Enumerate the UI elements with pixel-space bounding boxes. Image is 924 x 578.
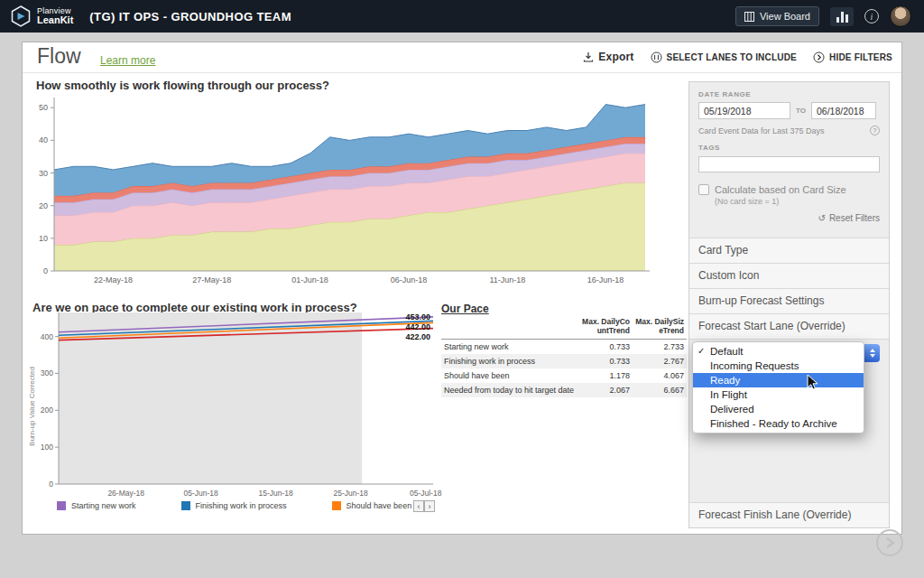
check-icon: ✓	[698, 344, 705, 359]
accordion-group: Card TypeCustom IconBurn-up Forecast Set…	[689, 238, 889, 339]
svg-text:26-May-18: 26-May-18	[107, 489, 144, 498]
svg-text:10: 10	[39, 234, 48, 243]
mouse-cursor	[807, 374, 819, 392]
avatar[interactable]	[890, 5, 911, 27]
svg-text:0: 0	[43, 266, 48, 275]
svg-text:20: 20	[39, 201, 48, 210]
svg-text:300: 300	[41, 368, 53, 378]
dropdown-option-finished-ready-to-archive[interactable]: Finished - Ready to Archive	[693, 416, 864, 431]
dropdown-option-incoming-requests[interactable]: Incoming Requests	[693, 359, 864, 373]
svg-text:453.00: 453.00	[405, 312, 430, 322]
legend-item[interactable]: Should have been	[332, 501, 412, 510]
svg-text:06-Jun-18: 06-Jun-18	[391, 275, 428, 284]
pager-prev-icon[interactable]: ‹	[413, 500, 424, 512]
dropdown-option-delivered[interactable]: Delivered	[693, 402, 864, 416]
svg-text:25-Jun-18: 25-Jun-18	[334, 489, 369, 498]
flow-analytics-panel: Flow Learn more Export SELECT LANES TO I…	[22, 42, 902, 535]
svg-text:40: 40	[39, 135, 48, 144]
planview-leankit-logo: Planview LeanKit	[11, 5, 73, 27]
flow-question: How smoothly is work flowing through our…	[36, 79, 329, 92]
pace-column-header: Max. DailySiz eTrend	[633, 318, 687, 339]
board-title: (TG) IT OPS - GROUNDHOG TEAM	[89, 10, 291, 23]
select-lanes-button[interactable]: SELECT LANES TO INCLUDE	[651, 51, 797, 63]
forecast-start-lane-content: ✓DefaultIncoming RequestsReadyIn FlightD…	[689, 339, 889, 502]
planview-watermark	[876, 529, 903, 556]
filters-section: DATE RANGE TO Card Event Data for Last 3…	[689, 82, 889, 238]
pace-table: Max. DailyCo untTrendMax. DailySiz eTren…	[441, 318, 687, 397]
hide-filters-button[interactable]: HIDE FILTERS	[813, 51, 892, 63]
planview-hexagon-icon	[11, 5, 31, 27]
pace-row: Needed from today to hit target date2.06…	[441, 383, 687, 397]
svg-text:Burn-up Value Corrected: Burn-up Value Corrected	[28, 367, 36, 446]
bar-chart-icon	[836, 17, 839, 23]
pace-table-body: Starting new work0.7332.733Finishing wor…	[441, 339, 687, 397]
svg-text:422.00: 422.00	[405, 332, 430, 341]
svg-text:15-Jun-18: 15-Jun-18	[259, 489, 294, 498]
svg-text:400: 400	[41, 332, 53, 341]
top-bar: Planview LeanKit (TG) IT OPS - GROUNDHOG…	[0, 0, 924, 33]
legend-item[interactable]: Starting new work	[57, 501, 136, 510]
accordion-forecast-start-lane-override[interactable]: Forecast Start Lane (Override)	[689, 313, 889, 339]
date-to-input[interactable]	[811, 102, 876, 119]
accordion-card-type[interactable]: Card Type	[689, 238, 889, 263]
svg-text:22-May-18: 22-May-18	[94, 275, 133, 284]
chevron-circle-icon	[813, 51, 825, 63]
export-button[interactable]: Export	[583, 51, 633, 63]
dropdown-option-in-flight[interactable]: In Flight	[693, 387, 864, 402]
lanes-icon	[651, 51, 662, 63]
svg-text:01-Jun-18: 01-Jun-18	[291, 275, 328, 284]
svg-text:200: 200	[41, 406, 53, 415]
board-grid-icon	[744, 12, 754, 22]
svg-text:11-Jun-18: 11-Jun-18	[489, 275, 525, 284]
pace-row: Starting new work0.7332.733	[441, 339, 687, 354]
planview-chevron-icon	[883, 536, 896, 549]
card-event-note: Card Event Data for Last 375 Days	[698, 126, 825, 135]
to-label: TO	[796, 107, 806, 115]
pace-row: Should have been1.1784.067	[441, 368, 687, 383]
svg-text:30: 30	[39, 169, 48, 178]
logo-text-leankit: LeanKit	[37, 15, 73, 26]
svg-text:27-May-18: 27-May-18	[192, 275, 231, 284]
help-icon[interactable]: ?	[870, 126, 880, 135]
legend-swatch	[332, 501, 341, 510]
reset-icon: ↺	[818, 213, 825, 223]
learn-more-link[interactable]: Learn more	[100, 54, 155, 67]
legend-pager[interactable]: ‹ ›	[413, 500, 435, 512]
filters-sidebar: DATE RANGE TO Card Event Data for Last 3…	[688, 81, 890, 528]
svg-text:100: 100	[41, 443, 53, 452]
tags-input[interactable]	[698, 156, 880, 172]
tags-label: TAGS	[698, 144, 880, 152]
legend-swatch	[181, 501, 190, 510]
card-size-label: Calculate based on Card Size	[715, 184, 846, 195]
dropdown-option-default[interactable]: ✓Default	[693, 344, 864, 359]
svg-text:0: 0	[49, 480, 53, 489]
accordion-burn-up-forecast-settings[interactable]: Burn-up Forecast Settings	[689, 288, 889, 313]
svg-text:50: 50	[39, 103, 48, 112]
info-icon[interactable]: i	[864, 9, 879, 23]
card-size-checkbox[interactable]	[698, 184, 709, 195]
view-board-button[interactable]: View Board	[735, 6, 819, 26]
burnup-legend: Starting new workFinishing work in proce…	[57, 501, 411, 510]
analytics-button[interactable]	[830, 7, 854, 26]
page-title: Flow	[37, 44, 81, 69]
svg-text:05-Jun-18: 05-Jun-18	[184, 489, 219, 498]
download-icon	[583, 51, 594, 62]
panel-header: Flow Learn more Export SELECT LANES TO I…	[23, 42, 901, 73]
our-pace-title: Our Pace	[441, 303, 489, 315]
accordion-forecast-finish-lane[interactable]: Forecast Finish Lane (Override)	[689, 502, 889, 527]
date-from-input[interactable]	[698, 102, 790, 119]
dropdown-option-ready[interactable]: Ready	[693, 373, 864, 387]
reset-filters-button[interactable]: ↺ Reset Filters	[698, 213, 880, 223]
accordion-custom-icon[interactable]: Custom Icon	[689, 263, 889, 288]
date-range-label: DATE RANGE	[698, 90, 880, 98]
legend-swatch	[57, 501, 66, 510]
legend-item[interactable]: Finishing work in process	[181, 501, 287, 510]
burnup-line-chart: 010020030040026-May-1805-Jun-1815-Jun-18…	[25, 307, 449, 504]
select-stepper-icon	[864, 344, 880, 362]
pace-row: Finishing work in process0.7332.767	[441, 354, 687, 368]
svg-text:05-Jul-18: 05-Jul-18	[410, 489, 442, 498]
pace-table-header: Max. DailyCo untTrendMax. DailySiz eTren…	[441, 318, 687, 339]
pager-next-icon[interactable]: ›	[424, 500, 435, 512]
pace-column-header: Max. DailyCo untTrend	[578, 318, 633, 339]
svg-text:16-Jun-18: 16-Jun-18	[587, 275, 624, 284]
